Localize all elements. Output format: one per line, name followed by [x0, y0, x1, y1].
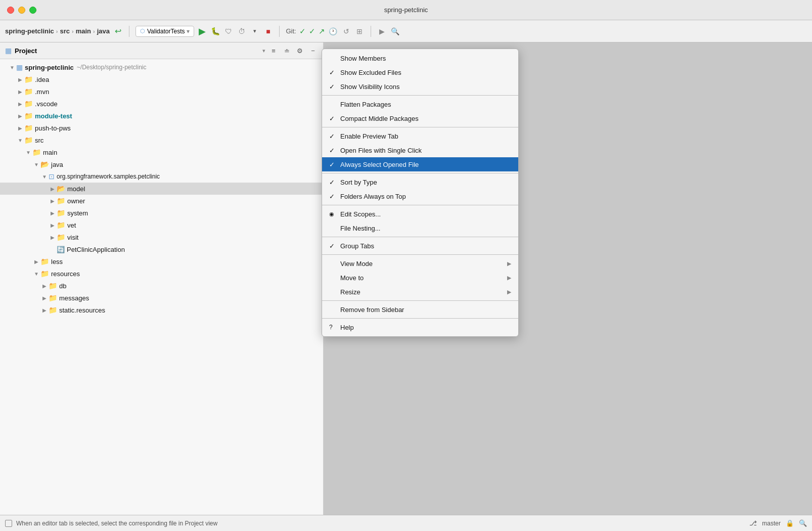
- menu-item-enable-preview[interactable]: ✓ Enable Preview Tab: [322, 129, 518, 143]
- tree-item-petclinic-app[interactable]: ▶ 🔄 PetClinicApplication: [0, 243, 323, 255]
- check-folders-top: ✓: [329, 193, 337, 200]
- menu-item-group-tabs[interactable]: ✓ Group Tabs: [322, 239, 518, 253]
- folder-owner-icon: 📁: [57, 197, 65, 205]
- tree-item-pkg[interactable]: ▼ ⊡ org.springframework.samples.petclini…: [0, 170, 323, 183]
- menu-item-view-mode[interactable]: View Mode ▶: [322, 256, 518, 271]
- tree-item-idea[interactable]: ▶ 📁 .idea: [0, 73, 323, 85]
- menu-item-show-members[interactable]: Show Members: [322, 51, 518, 65]
- check-preview: ✓: [329, 132, 337, 140]
- menu-item-remove-sidebar[interactable]: Remove from Sidebar: [322, 302, 518, 317]
- git-branches-icon[interactable]: ⊞: [354, 26, 365, 36]
- dropdown-icon[interactable]: ▾: [250, 26, 260, 36]
- status-search-icon[interactable]: 🔍: [799, 519, 807, 527]
- scroll-to-icon[interactable]: ≐: [282, 46, 292, 56]
- gear-icon[interactable]: ⚙: [295, 46, 305, 56]
- check-always-select: ✓: [329, 161, 337, 168]
- tree-label-mvn: .mvn: [35, 88, 49, 96]
- tree-label-visit: visit: [67, 234, 78, 241]
- status-left: When an editor tab is selected, select t…: [5, 520, 217, 527]
- tree-label-petclinic: PetClinicApplication: [67, 246, 125, 253]
- breadcrumb-src[interactable]: src: [60, 27, 70, 35]
- profile-button[interactable]: ⏱: [237, 26, 247, 36]
- git-check2-icon[interactable]: ✓: [309, 27, 315, 36]
- radio-edit-scopes: ◉: [329, 211, 337, 217]
- tree-item-db[interactable]: ▶ 📁 db: [0, 280, 323, 292]
- menu-item-flatten-packages[interactable]: Flatten Packages: [322, 97, 518, 111]
- run-config-selector[interactable]: ⬡ ValidatorTests ▾: [136, 26, 194, 37]
- tree-item-model[interactable]: ▶ 📂 model: [0, 183, 323, 195]
- tree-item-less[interactable]: ▶ 📁 less: [0, 255, 323, 268]
- git-history-icon[interactable]: 🕐: [328, 26, 338, 36]
- menu-item-folders-on-top[interactable]: ✓ Folders Always on Top: [322, 189, 518, 203]
- menu-item-resize[interactable]: Resize ▶: [322, 285, 518, 299]
- menu-item-show-excluded[interactable]: ✓ Show Excluded Files: [322, 65, 518, 79]
- git-rollback-icon[interactable]: ↺: [341, 26, 351, 36]
- toolbar-separator-1: [129, 26, 129, 37]
- hide-sidebar-icon[interactable]: −: [308, 46, 318, 56]
- label-preview: Enable Preview Tab: [340, 132, 398, 140]
- menu-sep-3: [322, 173, 518, 173]
- tree-item-mvn[interactable]: ▶ 📁 .mvn: [0, 85, 323, 98]
- menu-item-show-visibility[interactable]: ✓ Show Visibility Icons: [322, 79, 518, 94]
- breadcrumb-main[interactable]: main: [76, 27, 91, 35]
- git-check-icon[interactable]: ✓: [299, 27, 306, 36]
- breadcrumb-java[interactable]: java: [97, 27, 110, 35]
- minimize-button[interactable]: [18, 7, 25, 14]
- arrow-mvn: ▶: [16, 89, 24, 95]
- tree-label-owner: owner: [67, 197, 85, 205]
- java-file-icon: 🔄: [57, 246, 65, 253]
- tree-item-main[interactable]: ▼ 📁 main: [0, 146, 323, 158]
- coverage-button[interactable]: 🛡: [223, 26, 234, 36]
- arrow-less: ▶: [32, 259, 40, 264]
- search-everywhere-icon[interactable]: 🔍: [390, 26, 400, 36]
- stop-button[interactable]: ■: [263, 26, 273, 36]
- run-manager-icon[interactable]: ▶: [377, 26, 387, 36]
- toolbar-separator-3: [371, 26, 371, 37]
- tree-label-vscode: .vscode: [35, 100, 58, 108]
- close-button[interactable]: [7, 7, 14, 14]
- tree-item-src[interactable]: ▼ 📁 src: [0, 134, 323, 146]
- arrow-root: ▼: [8, 65, 16, 70]
- check-compact: ✓: [329, 115, 337, 122]
- tree-item-root[interactable]: ▼ ▦ spring-petclinic ~/Desktop/spring-pe…: [0, 61, 323, 73]
- menu-item-sort-by-type[interactable]: ✓ Sort by Type: [322, 175, 518, 189]
- run-button[interactable]: ▶: [197, 26, 207, 36]
- maximize-button[interactable]: [29, 7, 36, 14]
- tree-item-visit[interactable]: ▶ 📁 visit: [0, 231, 323, 243]
- tree-item-vet[interactable]: ▶ 📁 vet: [0, 219, 323, 231]
- tree-label-vet: vet: [67, 222, 76, 229]
- tree-item-static[interactable]: ▶ 📁 static.resources: [0, 304, 323, 316]
- folder-less-icon: 📁: [40, 257, 49, 266]
- tree-item-resources[interactable]: ▼ 📁 resources: [0, 268, 323, 280]
- tree-item-vscode[interactable]: ▶ 📁 .vscode: [0, 98, 323, 110]
- folder-main-icon: 📁: [32, 148, 41, 156]
- menu-item-always-select[interactable]: ✓ Always Select Opened File: [322, 157, 518, 171]
- run-config-dropdown-icon: ▾: [187, 28, 190, 35]
- menu-item-edit-scopes[interactable]: ◉ Edit Scopes...: [322, 207, 518, 221]
- tree-item-java[interactable]: ▼ 📂 java: [0, 158, 323, 170]
- menu-item-file-nesting[interactable]: File Nesting...: [322, 221, 518, 235]
- tree-item-push-to-pws[interactable]: ▶ 📁 push-to-pws: [0, 122, 323, 134]
- breadcrumb-project[interactable]: spring-petclinic: [5, 27, 54, 35]
- label-file-nesting: File Nesting...: [340, 225, 380, 232]
- dropdown-arrow-icon[interactable]: ▾: [262, 48, 265, 54]
- menu-item-single-click[interactable]: ✓ Open Files with Single Click: [322, 143, 518, 157]
- sidebar-title: Project: [15, 47, 259, 55]
- tree-item-owner[interactable]: ▶ 📁 owner: [0, 195, 323, 207]
- menu-item-help[interactable]: ? Help: [322, 320, 518, 334]
- tree-item-system[interactable]: ▶ 📁 system: [0, 207, 323, 219]
- tree-item-messages[interactable]: ▶ 📁 messages: [0, 292, 323, 304]
- status-lock-icon[interactable]: 🔒: [786, 519, 794, 527]
- menu-item-move-to[interactable]: Move to ▶: [322, 271, 518, 285]
- menu-sep-4: [322, 205, 518, 205]
- collapse-all-icon[interactable]: ≡: [268, 46, 279, 56]
- git-branch-name[interactable]: master: [762, 520, 781, 527]
- git-push-icon[interactable]: ↗: [319, 27, 325, 36]
- tree-item-module-test[interactable]: ▶ 📁 module-test: [0, 110, 323, 122]
- menu-item-compact-middle[interactable]: ✓ Compact Middle Packages: [322, 111, 518, 125]
- arrow-src: ▼: [16, 138, 24, 143]
- arrow-messages: ▶: [40, 295, 49, 301]
- debug-button[interactable]: 🐛: [210, 26, 220, 36]
- project-tree: ▼ ▦ spring-petclinic ~/Desktop/spring-pe…: [0, 59, 323, 515]
- back-icon[interactable]: ↩: [113, 26, 123, 36]
